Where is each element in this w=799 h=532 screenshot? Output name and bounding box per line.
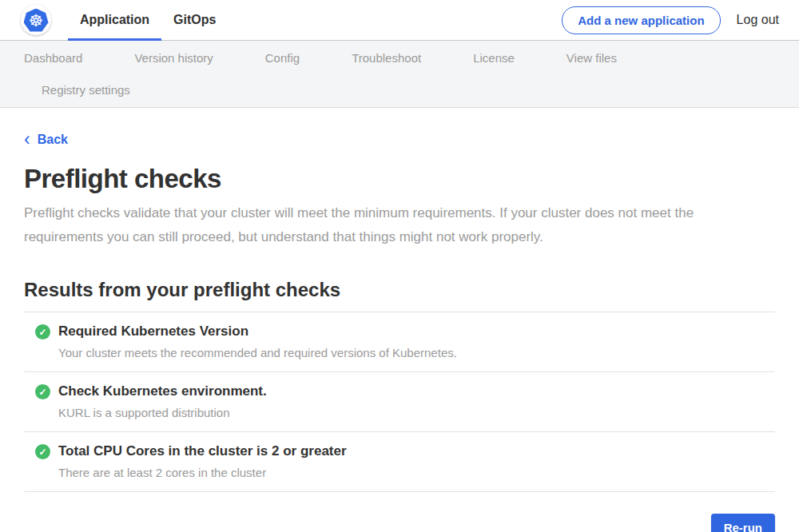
result-body: Total CPU Cores in the cluster is 2 or g… (58, 443, 347, 479)
page-description: Preflight checks validate that your clus… (24, 201, 775, 249)
check-glyph: ✓ (38, 447, 46, 458)
subnav-row-1: Dashboard Version history Config Trouble… (0, 42, 799, 74)
result-description: Your cluster meets the recommended and r… (58, 346, 457, 359)
result-title: Total CPU Cores in the cluster is 2 or g… (58, 443, 347, 459)
kubernetes-wheel-icon: ☸ (24, 9, 49, 32)
result-title: Required Kubernetes Version (58, 324, 457, 339)
preflight-results-list: ✓ Required Kubernetes Version Your clust… (24, 312, 775, 492)
logout-button[interactable]: Log out (737, 13, 779, 27)
tab-application-label: Application (80, 13, 149, 27)
app-subnav: Dashboard Version history Config Trouble… (0, 41, 799, 108)
top-nav-tabs: Application GitOps (68, 0, 228, 40)
tab-application[interactable]: Application (68, 0, 161, 40)
results-heading: Results from your preflight checks (24, 279, 775, 301)
back-chevron-icon: ‹ (24, 133, 30, 145)
add-new-application-button[interactable]: Add a new application (562, 6, 720, 34)
result-description: There are at least 2 cores in the cluste… (58, 466, 347, 479)
result-body: Check Kubernetes environment. KURL is a … (58, 383, 267, 419)
preflight-result-row: ✓ Check Kubernetes environment. KURL is … (24, 372, 775, 432)
app-logo[interactable]: ☸ (21, 5, 51, 35)
check-circle-icon: ✓ (35, 324, 50, 339)
subnav-item-registry-settings[interactable]: Registry settings (42, 74, 130, 106)
subnav-item-dashboard[interactable]: Dashboard (24, 42, 82, 74)
top-nav-actions: Add a new application Log out (562, 6, 779, 34)
check-circle-icon: ✓ (35, 384, 50, 399)
subnav-item-config[interactable]: Config (265, 42, 300, 74)
back-link[interactable]: ‹ Back (24, 133, 68, 147)
result-description: KURL is a supported distribution (58, 406, 267, 419)
check-glyph: ✓ (38, 327, 46, 338)
page-title: Preflight checks (24, 164, 775, 194)
subnav-item-troubleshoot[interactable]: Troubleshoot (352, 42, 421, 74)
back-link-label: Back (38, 133, 68, 147)
preflight-result-row: ✓ Required Kubernetes Version Your clust… (24, 312, 775, 372)
subnav-item-view-files[interactable]: View files (566, 42, 617, 74)
preflight-checks-page: ‹ Back Preflight checks Preflight checks… (0, 108, 799, 532)
tab-gitops[interactable]: GitOps (161, 0, 228, 40)
subnav-item-version-history[interactable]: Version history (134, 42, 213, 74)
subnav-item-license[interactable]: License (473, 42, 515, 74)
tab-gitops-label: GitOps (173, 13, 216, 27)
check-glyph: ✓ (38, 387, 46, 398)
rerun-button[interactable]: Re-run (711, 514, 775, 532)
kubernetes-wheel-glyph: ☸ (29, 12, 44, 29)
preflight-result-row: ✓ Total CPU Cores in the cluster is 2 or… (24, 432, 775, 492)
result-title: Check Kubernetes environment. (58, 383, 267, 399)
result-body: Required Kubernetes Version Your cluster… (58, 324, 457, 359)
subnav-row-2: Registry settings (0, 74, 799, 106)
top-nav: ☸ Application GitOps Add a new applicati… (0, 0, 799, 41)
results-footer: Re-run (24, 514, 775, 532)
check-circle-icon: ✓ (35, 444, 50, 459)
